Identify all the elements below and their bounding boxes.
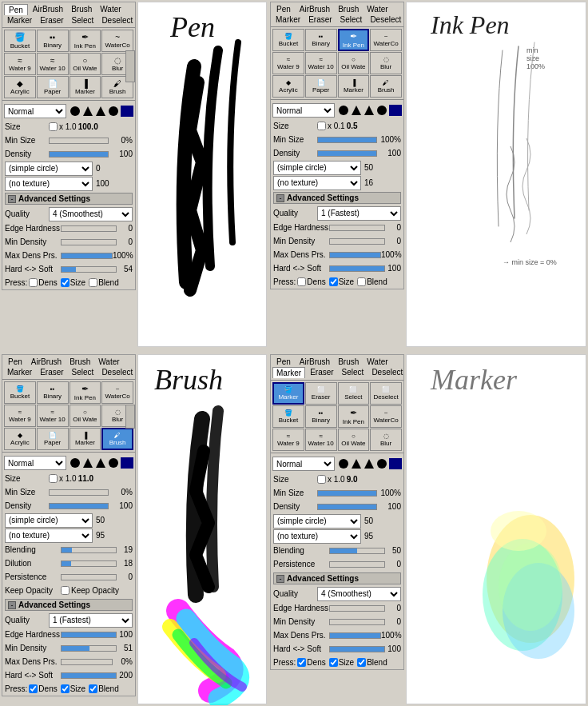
- brush-tool-brush[interactable]: 🖌Brush: [101, 428, 133, 450]
- ink-tab-eraser[interactable]: Eraser: [305, 14, 335, 25]
- marker-tool-bucket[interactable]: 🪣Marker: [272, 382, 304, 405]
- brush-tab-marker[interactable]: Marker: [4, 367, 35, 377]
- brush-size-checkbox[interactable]: [49, 474, 58, 483]
- brush-tool-inkpen[interactable]: ✒Ink Pen: [70, 381, 101, 404]
- brush-blend-mode-select[interactable]: Normal: [4, 456, 66, 470]
- marker-blend-mode-select[interactable]: Normal: [272, 457, 335, 471]
- ink-tool-acrylic[interactable]: ◆Acrylic: [272, 75, 304, 98]
- brush-tool-bucket[interactable]: 🪣Bucket: [4, 381, 36, 404]
- brush-tool-marker[interactable]: ▐Marker: [70, 428, 101, 450]
- brush-press-dens-check[interactable]: [29, 684, 38, 693]
- tab-airbrush[interactable]: AirBrush: [30, 4, 66, 15]
- marker-tool-waterco[interactable]: ~WaterCo: [370, 405, 402, 428]
- tool-binary[interactable]: ▪▪Binary: [37, 30, 69, 52]
- tool-waterco[interactable]: ~WaterCo: [101, 30, 133, 52]
- marker-tool-bucket2[interactable]: 🪣Bucket: [272, 405, 304, 428]
- shape-select[interactable]: (simple circle): [5, 162, 93, 176]
- marker-press-blend-check[interactable]: [357, 658, 366, 667]
- marker-quality-select[interactable]: 4 (Smoothest): [317, 587, 401, 601]
- brush-texture-select[interactable]: (no texture): [5, 529, 93, 543]
- marker-tool-blur[interactable]: ◌Blur: [370, 429, 402, 451]
- marker-tab-marker[interactable]: Marker: [272, 367, 305, 378]
- ink-tab-marker[interactable]: Marker: [272, 14, 304, 25]
- tool-water10[interactable]: ≈Water 10: [37, 53, 69, 75]
- marker-tab-water[interactable]: Water: [364, 357, 391, 367]
- marker-tab-eraser[interactable]: Eraser: [307, 367, 336, 378]
- marker-press-dens-check[interactable]: [297, 658, 306, 667]
- tab-select[interactable]: Select: [69, 15, 97, 26]
- tool-bucket[interactable]: 🪣Bucket: [4, 30, 36, 52]
- ink-quality-select[interactable]: 1 (Fastest): [317, 206, 401, 221]
- marker-tab-pen[interactable]: Pen: [272, 357, 295, 367]
- texture-select[interactable]: (no texture): [5, 177, 93, 191]
- marker-tool-water9[interactable]: ≈Water 9: [272, 429, 304, 451]
- ink-tab-pen[interactable]: Pen: [272, 4, 295, 14]
- brush-tool-acrylic[interactable]: ◆Acrylic: [4, 428, 36, 450]
- ink-tab-airbrush[interactable]: AirBrush: [296, 4, 333, 14]
- ink-tool-blur[interactable]: ◌Blur: [370, 52, 402, 74]
- brush-shape-select[interactable]: (simple circle): [5, 513, 93, 528]
- ink-texture-select[interactable]: (no texture): [273, 176, 361, 190]
- brush-press-size-check[interactable]: [61, 684, 70, 693]
- marker-tool-inkpen[interactable]: ✒Ink Pen: [338, 405, 370, 428]
- ink-tool-marker[interactable]: ▐Marker: [338, 75, 370, 98]
- ink-tab-select[interactable]: Select: [337, 14, 366, 25]
- tab-brush[interactable]: Brush: [68, 4, 95, 15]
- brush-quality-select[interactable]: 1 (Fastest): [49, 613, 133, 628]
- marker-size-checkbox[interactable]: [317, 475, 326, 484]
- quality-select[interactable]: 4 (Smoothest): [49, 207, 133, 221]
- marker-tool-deselect[interactable]: ⬜Deselect: [370, 382, 402, 405]
- blend-mode-select[interactable]: Normal: [4, 104, 66, 118]
- tool-acrylic[interactable]: ◆Acrylic: [4, 76, 36, 98]
- ink-tool-inkpen[interactable]: ✒Ink Pen: [338, 29, 370, 51]
- marker-tab-brush[interactable]: Brush: [335, 357, 362, 367]
- tool-ink-pen[interactable]: ✒Ink Pen: [70, 30, 101, 52]
- ink-tab-brush[interactable]: Brush: [335, 4, 362, 14]
- ink-tab-water[interactable]: Water: [364, 4, 391, 14]
- ink-tool-brush[interactable]: 🖌Brush: [370, 75, 402, 98]
- ink-tool-water10[interactable]: ≈Water 10: [305, 52, 337, 74]
- brush-tab-brush[interactable]: Brush: [66, 357, 93, 367]
- marker-tool-eraser[interactable]: ⬜Eraser: [305, 382, 337, 405]
- ink-tool-paper[interactable]: 📄Paper: [305, 75, 337, 98]
- ink-blend-mode-select[interactable]: Normal: [272, 103, 335, 118]
- marker-shape-select[interactable]: (simple circle): [273, 514, 361, 529]
- tab-eraser[interactable]: Eraser: [37, 15, 66, 26]
- brush-press-blend-check[interactable]: [89, 684, 97, 693]
- brush-tab-eraser[interactable]: Eraser: [37, 367, 66, 377]
- brush-tool-water10[interactable]: ≈Water 10: [37, 405, 69, 427]
- brush-tool-binary[interactable]: ▪▪Binary: [37, 381, 69, 404]
- marker-tab-select[interactable]: Select: [339, 367, 368, 378]
- brush-tab-pen[interactable]: Pen: [4, 357, 26, 367]
- tool-paper[interactable]: 📄Paper: [37, 76, 69, 98]
- brush-tab-deselect[interactable]: Deselect: [98, 367, 136, 377]
- tool-marker[interactable]: ▐Marker: [70, 76, 101, 98]
- ink-tool-binary[interactable]: ▪▪Binary: [305, 29, 337, 51]
- marker-advanced-header[interactable]: - Advanced Settings: [273, 572, 401, 584]
- tool-water9[interactable]: ≈Water 9: [4, 53, 36, 75]
- tab-deselect[interactable]: Deselect: [98, 15, 136, 26]
- ink-tool-bucket[interactable]: 🪣Bucket: [272, 29, 304, 51]
- brush-tool-oilwate[interactable]: ○Oil Wate: [70, 405, 101, 427]
- ink-press-blend-check[interactable]: [357, 277, 366, 286]
- tab-pen[interactable]: Pen: [4, 4, 28, 15]
- tool-oil-water[interactable]: ○Oil Wate: [70, 53, 101, 75]
- tab-water[interactable]: Water: [97, 4, 124, 15]
- size-checkbox[interactable]: [49, 122, 58, 131]
- ink-advanced-header[interactable]: - Advanced Settings: [273, 192, 401, 204]
- brush-tab-airbrush[interactable]: AirBrush: [28, 357, 65, 367]
- ink-press-dens-check[interactable]: [297, 277, 306, 286]
- tab-marker[interactable]: Marker: [4, 15, 35, 26]
- brush-tab-select[interactable]: Select: [69, 367, 97, 377]
- ink-tool-oilwate[interactable]: ○Oil Wate: [338, 52, 370, 74]
- ink-shape-select[interactable]: (simple circle): [273, 161, 361, 175]
- pen-advanced-header[interactable]: - Advanced Settings: [5, 193, 133, 205]
- marker-tool-binary[interactable]: ▪▪Binary: [305, 405, 337, 428]
- press-size-check[interactable]: [61, 278, 70, 287]
- marker-tab-deselect[interactable]: Deselect: [368, 367, 406, 378]
- ink-tool-water9[interactable]: ≈Water 9: [272, 52, 304, 74]
- brush-keep-opacity-check[interactable]: [61, 586, 70, 595]
- marker-tool-water10[interactable]: ≈Water 10: [305, 429, 337, 451]
- ink-press-size-check[interactable]: [329, 277, 338, 286]
- marker-tool-oilwate[interactable]: ○Oil Wate: [338, 429, 370, 451]
